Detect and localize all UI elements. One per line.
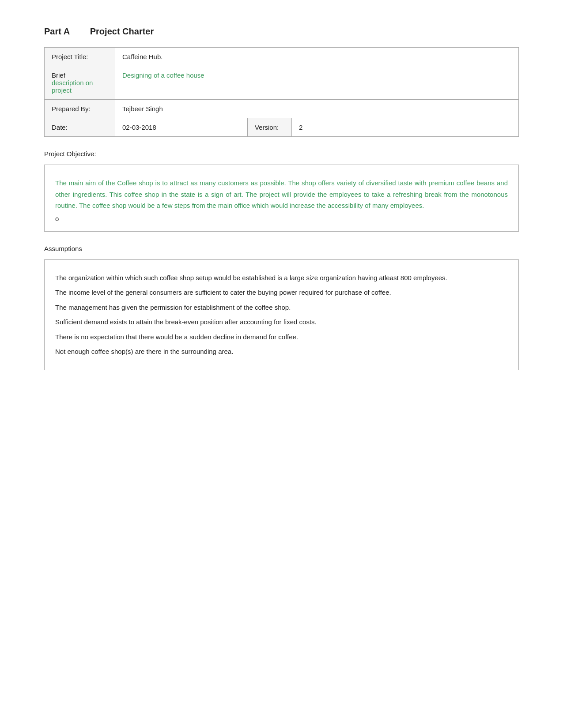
- project-objective-text: The main aim of the Coffee shop is to at…: [55, 177, 508, 211]
- table-row: Date: 02-03-2018 Version: 2: [45, 118, 519, 137]
- label-brief: Brief description on project: [45, 66, 115, 100]
- assumption-item-0: The organization within which such coffe…: [55, 272, 508, 284]
- brief-line2: description on: [52, 79, 108, 86]
- assumptions-label: Assumptions: [44, 245, 519, 252]
- project-objective-label: Project Objective:: [44, 150, 519, 158]
- table-row: Project Title: Caffeine Hub.: [45, 48, 519, 66]
- value-brief: Designing of a coffee house: [115, 66, 519, 100]
- assumption-item-4: There is no expectation that there would…: [55, 331, 508, 343]
- charter-table: Project Title: Caffeine Hub. Brief descr…: [44, 47, 519, 137]
- assumptions-box: The organization within which such coffe…: [44, 259, 519, 370]
- section-title: Project Charter: [90, 26, 154, 36]
- part-title: Part A Project Charter: [44, 26, 519, 37]
- page-header: Part A Project Charter: [44, 26, 519, 37]
- assumption-item-3: Sufficient demand exists to attain the b…: [55, 316, 508, 328]
- table-row: Brief description on project Designing o…: [45, 66, 519, 100]
- assumption-item-2: The management has given the permission …: [55, 302, 508, 313]
- label-version: Version:: [248, 118, 292, 137]
- brief-line3: project: [52, 86, 108, 94]
- trailing-char: o: [55, 215, 508, 222]
- value-version: 2: [292, 118, 519, 137]
- label-project-title: Project Title:: [45, 48, 115, 66]
- assumption-item-1: The income level of the general consumer…: [55, 287, 508, 298]
- assumption-item-5: Not enough coffee shop(s) are there in t…: [55, 346, 508, 357]
- value-prepared-by: Tejbeer Singh: [115, 100, 519, 118]
- label-prepared-by: Prepared By:: [45, 100, 115, 118]
- project-objective-box: The main aim of the Coffee shop is to at…: [44, 165, 519, 232]
- brief-line1: Brief: [52, 71, 108, 79]
- value-date: 02-03-2018: [115, 118, 248, 137]
- value-project-title: Caffeine Hub.: [115, 48, 519, 66]
- table-row: Prepared By: Tejbeer Singh: [45, 100, 519, 118]
- part-label: Part A: [44, 26, 70, 36]
- label-date: Date:: [45, 118, 115, 137]
